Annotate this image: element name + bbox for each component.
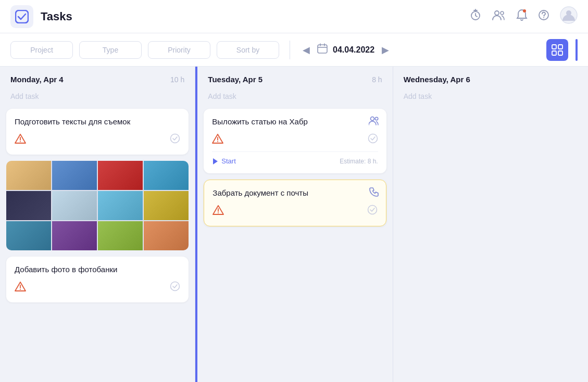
task-item: Выложить статью на Хабр xyxy=(204,109,386,173)
task-footer xyxy=(15,133,180,146)
photo-cell xyxy=(98,221,143,250)
svg-point-23 xyxy=(368,206,377,214)
task-item: Забрать документ с почты xyxy=(204,180,386,226)
start-label: Start xyxy=(221,157,235,165)
estimate-label: Estimate: 8 h. xyxy=(340,158,378,165)
svg-point-21 xyxy=(368,134,377,143)
toolbar-divider xyxy=(290,41,290,59)
svg-rect-12 xyxy=(552,51,556,55)
task-item: Добавить фото в фотобанки xyxy=(6,257,189,302)
checkbox-icon xyxy=(15,10,29,23)
svg-rect-11 xyxy=(558,45,562,49)
wednesday-column: Wednesday, Apr 6 Add task xyxy=(393,67,588,382)
project-filter[interactable]: Project xyxy=(10,41,73,59)
task-title: Добавить фото в фотобанки xyxy=(15,265,180,274)
next-date-arrow[interactable]: ▶ xyxy=(380,42,391,58)
tuesday-add-task[interactable]: Add task xyxy=(197,88,392,109)
svg-point-6 xyxy=(543,17,544,18)
task-footer xyxy=(15,281,180,294)
svg-point-15 xyxy=(171,134,180,143)
monday-header: Monday, Apr 4 10 h xyxy=(0,67,195,88)
svg-point-3 xyxy=(501,11,504,15)
header-actions xyxy=(469,6,578,27)
svg-rect-0 xyxy=(16,10,28,23)
photo-grid xyxy=(6,161,189,250)
app-header: Tasks xyxy=(0,0,588,33)
grid-icon xyxy=(552,44,563,56)
type-filter[interactable]: Type xyxy=(79,41,142,59)
page-title: Tasks xyxy=(41,10,469,23)
warning-icon xyxy=(15,133,26,146)
task-start-row: Start Estimate: 8 h. xyxy=(212,151,378,165)
warning-icon xyxy=(212,205,224,218)
calendar-icon[interactable] xyxy=(317,43,328,56)
monday-hours: 10 h xyxy=(170,75,184,84)
current-date: 04.04.2022 xyxy=(333,45,374,55)
photo-cell xyxy=(6,191,51,220)
task-item: Подготовить тексты для съемок xyxy=(6,109,189,155)
wednesday-header: Wednesday, Apr 6 xyxy=(393,67,588,88)
task-footer xyxy=(212,133,378,146)
tuesday-label: Tuesday, Apr 5 xyxy=(208,75,262,84)
svg-point-20 xyxy=(217,141,218,142)
priority-filter[interactable]: Priority xyxy=(148,41,210,59)
warning-icon xyxy=(15,281,26,294)
photo-cell xyxy=(144,191,189,220)
svg-rect-10 xyxy=(552,45,556,49)
wednesday-add-task[interactable]: Add task xyxy=(393,88,588,109)
task-complete-button[interactable] xyxy=(367,205,378,218)
task-complete-button[interactable] xyxy=(368,133,378,146)
people-icon xyxy=(369,116,379,128)
prev-date-arrow[interactable]: ◀ xyxy=(301,42,312,58)
photo-cell xyxy=(98,191,143,220)
people-header-icon[interactable] xyxy=(492,9,506,24)
app-logo[interactable] xyxy=(10,5,33,28)
svg-point-14 xyxy=(20,141,21,142)
monday-label: Monday, Apr 4 xyxy=(10,75,64,84)
toolbar: Project Type Priority Sort by ◀ 04.04.20… xyxy=(0,33,588,67)
svg-point-4 xyxy=(523,9,526,12)
wednesday-label: Wednesday, Apr 6 xyxy=(404,75,470,84)
task-columns: Monday, Apr 4 10 h Add task Подготовить … xyxy=(0,67,588,382)
task-complete-button[interactable] xyxy=(170,133,180,146)
svg-point-19 xyxy=(375,117,378,120)
monday-add-task[interactable]: Add task xyxy=(0,88,195,109)
photo-cell xyxy=(144,161,189,190)
photo-cell xyxy=(144,221,189,250)
grid-view-button[interactable] xyxy=(546,39,568,61)
avatar[interactable] xyxy=(560,6,578,27)
photo-cell xyxy=(52,221,97,250)
photo-cell xyxy=(98,161,143,190)
help-icon[interactable] xyxy=(538,9,549,24)
photo-cell xyxy=(52,161,97,190)
date-navigation: ◀ 04.04.2022 ▶ xyxy=(301,42,391,58)
play-icon xyxy=(212,158,218,165)
task-footer xyxy=(212,205,377,218)
svg-point-16 xyxy=(20,289,21,290)
task-title: Забрать документ с почты xyxy=(212,188,377,197)
svg-rect-13 xyxy=(558,51,562,55)
sort-filter[interactable]: Sort by xyxy=(217,41,279,59)
svg-point-2 xyxy=(495,11,499,15)
svg-point-17 xyxy=(171,282,180,291)
timer-icon[interactable] xyxy=(469,9,482,24)
tuesday-hours: 8 h xyxy=(372,75,382,84)
warning-icon xyxy=(212,133,223,146)
task-title: Выложить статью на Хабр xyxy=(212,117,378,126)
photo-cell xyxy=(52,191,97,220)
task-complete-button[interactable] xyxy=(170,281,180,294)
task-title: Подготовить тексты для съемок xyxy=(15,117,180,126)
notification-icon[interactable] xyxy=(516,9,528,24)
tuesday-header: Tuesday, Apr 5 8 h xyxy=(197,67,392,88)
svg-rect-9 xyxy=(318,45,327,53)
active-view-indicator xyxy=(576,39,578,61)
phone-icon xyxy=(369,187,379,199)
svg-point-22 xyxy=(218,212,219,213)
photo-cell xyxy=(6,221,51,250)
svg-point-18 xyxy=(370,117,374,121)
monday-column: Monday, Apr 4 10 h Add task Подготовить … xyxy=(0,67,195,382)
start-button[interactable]: Start xyxy=(212,157,235,165)
photo-cell xyxy=(6,161,51,190)
tuesday-column: Tuesday, Apr 5 8 h Add task Выложить ста… xyxy=(197,67,393,382)
